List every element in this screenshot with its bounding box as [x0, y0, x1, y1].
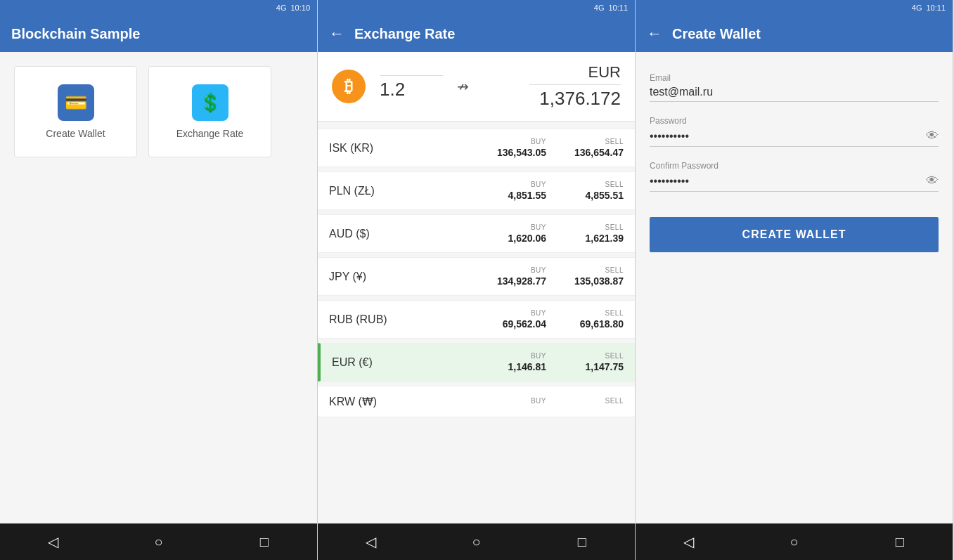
currency-block: EUR 1,376.172 — [483, 63, 621, 110]
btc-icon: ₿ — [332, 70, 366, 103]
menu-grid: 💳 Create Wallet 💲 Exchange Rate — [0, 52, 317, 171]
home-nav-1[interactable]: ○ — [137, 534, 179, 550]
confirm-password-label: Confirm Password — [650, 161, 939, 171]
email-label: Email — [650, 73, 939, 83]
nav-bar-3: ◁ ○ □ — [636, 523, 953, 560]
eye-icon-password[interactable]: 👁 — [926, 129, 939, 143]
rate-row-rub: RUB (RUB) BUY 69,562.04 SELL 69,618.80 — [318, 300, 635, 339]
exchange-arrow: ↛ — [457, 78, 469, 95]
create-wallet-icon: 💳 — [58, 84, 94, 121]
recent-nav-3[interactable]: □ — [879, 534, 921, 550]
target-currency: EUR — [588, 63, 621, 82]
email-input[interactable] — [650, 86, 939, 98]
sell-krw: SELL — [546, 397, 624, 406]
eye-icon-confirm[interactable]: 👁 — [926, 174, 939, 188]
create-wallet-label: Create Wallet — [46, 128, 105, 139]
buy-aud: BUY 1,620.06 — [469, 223, 546, 244]
rate-row-isk: ISK (KR) BUY 136,543.05 SELL 136,654.47 — [318, 129, 635, 167]
nav-bar-2: ◁ ○ □ — [318, 523, 635, 560]
phone-screen-3: 4G 10:11 ← Create Wallet Email Password … — [636, 0, 953, 560]
signal-1: 4G — [276, 4, 287, 12]
confirm-password-input-wrapper: 👁 — [650, 174, 939, 192]
currency-krw: KRW (₩) — [329, 395, 469, 408]
currency-pln: PLN (ZŁ) — [329, 185, 469, 197]
home-nav-2[interactable]: ○ — [455, 534, 497, 550]
rate-row-eur: EUR (€) BUY 1,146.81 SELL 1,147.75 — [318, 343, 635, 382]
exchange-header: ₿ 1.2 ↛ EUR 1,376.172 — [318, 52, 635, 122]
buy-isk: BUY 136,543.05 — [469, 138, 546, 158]
currency-isk: ISK (KR) — [329, 142, 469, 155]
exchange-rate-icon: 💲 — [192, 84, 228, 121]
signal-3: 4G — [912, 4, 922, 12]
recent-nav-1[interactable]: □ — [243, 534, 285, 550]
buy-rub: BUY 69,562.04 — [469, 309, 546, 330]
create-wallet-form: Email Password 👁 Confirm Password 👁 — [636, 52, 953, 266]
recent-nav-2[interactable]: □ — [561, 534, 603, 550]
rate-row-krw: KRW (₩) BUY SELL — [318, 386, 635, 417]
buy-pln: BUY 4,851.55 — [469, 181, 546, 201]
screen2-main: ₿ 1.2 ↛ EUR 1,376.172 ISK (KR) BUY 136,5… — [318, 52, 635, 523]
status-bar-2: 4G 10:11 — [318, 0, 635, 15]
confirm-password-input[interactable] — [650, 175, 926, 188]
sell-aud: SELL 1,621.39 — [546, 223, 624, 244]
sell-jpy: SELL 135,038.87 — [546, 266, 624, 287]
nav-bar-1: ◁ ○ □ — [0, 523, 317, 560]
screen1-main: 💳 Create Wallet 💲 Exchange Rate — [0, 52, 317, 523]
time-2: 10:11 — [608, 4, 628, 12]
buy-krw: BUY — [469, 397, 546, 406]
top-bar-3: ← Create Wallet — [636, 15, 953, 52]
create-wallet-button[interactable]: CREATE WALLET — [650, 217, 939, 252]
currency-eur: EUR (€) — [332, 356, 469, 369]
currency-jpy: JPY (¥) — [329, 271, 469, 283]
buy-jpy: BUY 134,928.77 — [469, 266, 546, 287]
phone-screen-2: 4G 10:11 ← Exchange Rate ₿ 1.2 ↛ EUR 1,3… — [318, 0, 636, 560]
top-bar-1: Blockchain Sample — [0, 15, 317, 52]
create-wallet-card[interactable]: 💳 Create Wallet — [14, 66, 137, 157]
target-amount: 1,376.172 — [539, 88, 621, 110]
currency-aud: AUD ($) — [329, 228, 469, 240]
email-input-wrapper — [650, 86, 939, 102]
rate-row-jpy: JPY (¥) BUY 134,928.77 SELL 135,038.87 — [318, 257, 635, 296]
screen3-main: Email Password 👁 Confirm Password 👁 — [636, 52, 953, 523]
password-field-group: Password 👁 — [650, 116, 939, 147]
back-nav-2[interactable]: ◁ — [349, 533, 392, 550]
confirm-password-field-group: Confirm Password 👁 — [650, 161, 939, 192]
time-3: 10:11 — [926, 4, 946, 12]
rate-row-aud: AUD ($) BUY 1,620.06 SELL 1,621.39 — [318, 214, 635, 253]
btc-value-block: 1.2 — [380, 72, 443, 100]
rate-list: ISK (KR) BUY 136,543.05 SELL 136,654.47 … — [318, 129, 635, 417]
create-wallet-title: Create Wallet — [672, 26, 761, 42]
signal-2: 4G — [594, 4, 605, 12]
app-title: Blockchain Sample — [11, 26, 140, 42]
exchange-rate-label: Exchange Rate — [176, 128, 244, 139]
buy-eur: BUY 1,146.81 — [469, 352, 546, 372]
email-field-group: Email — [650, 73, 939, 102]
time-1: 10:10 — [290, 4, 310, 12]
phone-screen-1: 4G 10:10 Blockchain Sample 💳 Create Wall… — [0, 0, 318, 560]
password-input[interactable] — [650, 130, 926, 143]
btc-amount: 1.2 — [380, 79, 405, 100]
exchange-title: Exchange Rate — [354, 26, 455, 42]
sell-rub: SELL 69,618.80 — [546, 309, 624, 330]
home-nav-3[interactable]: ○ — [773, 534, 815, 550]
sell-isk: SELL 136,654.47 — [546, 138, 624, 158]
back-nav-1[interactable]: ◁ — [32, 533, 74, 550]
back-nav-3[interactable]: ◁ — [667, 533, 709, 550]
exchange-rate-card[interactable]: 💲 Exchange Rate — [148, 66, 271, 157]
password-label: Password — [650, 116, 939, 126]
status-bar-3: 4G 10:11 — [636, 0, 953, 15]
rate-row-pln: PLN (ZŁ) BUY 4,851.55 SELL 4,855.51 — [318, 171, 635, 210]
password-input-wrapper: 👁 — [650, 129, 939, 147]
back-button-2[interactable]: ← — [329, 25, 344, 43]
sell-eur: SELL 1,147.75 — [546, 352, 624, 372]
status-bar-1: 4G 10:10 — [0, 0, 317, 15]
back-button-3[interactable]: ← — [647, 25, 662, 43]
top-bar-2: ← Exchange Rate — [318, 15, 635, 52]
sell-pln: SELL 4,855.51 — [546, 181, 624, 201]
currency-rub: RUB (RUB) — [329, 313, 469, 326]
